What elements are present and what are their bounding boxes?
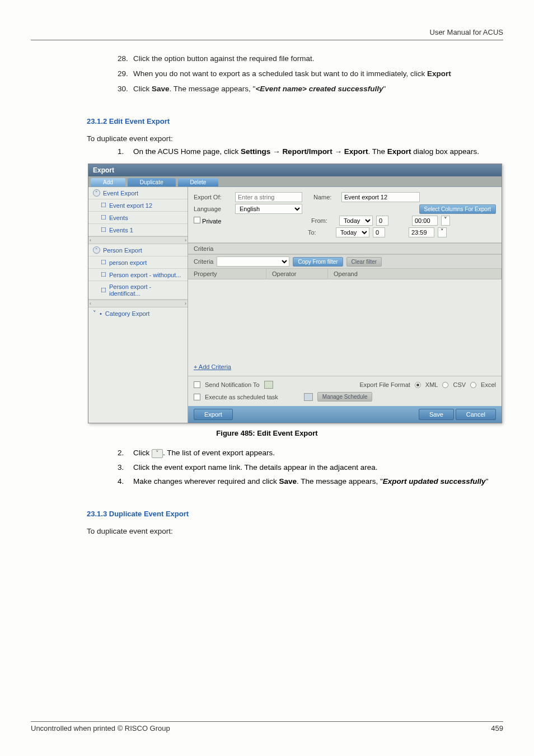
- from-day-select[interactable]: Today: [339, 216, 373, 226]
- page-footer: Uncontrolled when printed © RISCO Group …: [31, 721, 503, 732]
- schedule-box[interactable]: [304, 393, 313, 401]
- steps-28-30: 28. Click the option button against the …: [118, 54, 503, 95]
- lbl-file-format: Export File Format: [359, 381, 410, 388]
- lbl-from: From:: [311, 217, 336, 224]
- text-frag: ": [383, 85, 386, 93]
- text-bold: Save: [279, 477, 297, 486]
- export-dialog-screenshot: Export Add Duplicate Delete ˄ Event Expo…: [88, 164, 502, 423]
- tree-label: Events: [109, 214, 128, 221]
- figure-caption: Figure 485: Edit Event Export: [31, 429, 503, 437]
- tab-duplicate[interactable]: Duplicate: [128, 178, 176, 186]
- criteria-columns: Property Operator Operand: [188, 269, 502, 279]
- export-of-input[interactable]: [235, 192, 302, 202]
- send-notification-checkbox[interactable]: [194, 381, 200, 388]
- mini-scrollbar[interactable]: ‹›: [88, 300, 188, 307]
- section-heading-duplicate: 23.1.3 Duplicate Event Export: [87, 510, 503, 518]
- step-text: Click the event export name link. The de…: [133, 462, 503, 473]
- tree-root-category[interactable]: ˅ • Category Export: [88, 307, 188, 319]
- save-button[interactable]: Save: [419, 409, 454, 420]
- step-num: 28.: [118, 54, 133, 64]
- mini-scrollbar[interactable]: ‹›: [88, 236, 188, 244]
- col-operand: Operand: [328, 269, 502, 279]
- select-columns-button[interactable]: Select Columns For Export: [419, 204, 496, 214]
- sec1-step4: 4. Make changes wherever required and cl…: [118, 476, 503, 487]
- from-time-input[interactable]: [412, 216, 438, 226]
- tree-item[interactable]: ☐ person export: [88, 256, 188, 269]
- execute-scheduled-checkbox[interactable]: [194, 394, 200, 400]
- tree-item[interactable]: ☐ Person export - withoput...: [88, 269, 188, 281]
- text-frag: . The message appears, ": [170, 85, 256, 93]
- cancel-button[interactable]: Cancel: [456, 409, 496, 420]
- text-frag: ": [486, 477, 489, 486]
- lbl-send-notification: Send Notification To: [205, 381, 260, 388]
- criteria-section-head: Criteria: [188, 243, 502, 254]
- step-num: 4.: [118, 476, 133, 487]
- tree-item[interactable]: ☐ Person export - identificat...: [88, 281, 188, 300]
- radio-xml[interactable]: [415, 382, 421, 388]
- tree-label: Person export - withoput...: [109, 272, 181, 278]
- step-text: Make changes wherever required and click…: [133, 476, 503, 487]
- name-input[interactable]: [341, 192, 420, 202]
- text-frag: →: [270, 147, 282, 156]
- footer-left: Uncontrolled when printed © RISCO Group: [31, 724, 170, 732]
- lbl-to: To:: [308, 229, 332, 236]
- collapse-icon[interactable]: ˄: [93, 189, 100, 197]
- export-button[interactable]: Export: [194, 409, 233, 420]
- language-select[interactable]: English: [235, 204, 302, 214]
- tree-label: Category Export: [105, 310, 149, 317]
- dialog-title: Export: [88, 164, 502, 176]
- collapse-icon[interactable]: ˄: [93, 246, 100, 254]
- section-intro: To duplicate event export:: [87, 527, 503, 535]
- text-bold: Export: [344, 147, 368, 156]
- to-time-input[interactable]: [409, 227, 434, 237]
- tree-label: Person export - identificat...: [109, 283, 183, 297]
- tree-label: Event Export: [103, 190, 138, 197]
- radio-excel[interactable]: [470, 382, 476, 388]
- footer-page-number: 459: [491, 724, 503, 732]
- sec1-step3: 3. Click the event export name link. The…: [118, 462, 503, 473]
- private-checkbox[interactable]: [194, 217, 200, 223]
- tree-item[interactable]: ☐ Events 1: [88, 224, 188, 236]
- add-criteria-link[interactable]: + Add Criteria: [188, 361, 502, 376]
- sec1-step2: 2. Click ˅. The list of event export app…: [118, 447, 503, 459]
- from-offset-input[interactable]: [376, 216, 388, 226]
- text-bold: Settings: [241, 147, 270, 156]
- text-frag: On the ACUS Home page, click: [133, 147, 241, 156]
- toolbar-tabs: Add Duplicate Delete: [88, 176, 502, 186]
- text-frag: →: [332, 147, 344, 156]
- radio-csv[interactable]: [442, 382, 448, 388]
- step-30: 30. Click Save. The message appears, "<E…: [118, 84, 503, 95]
- sec1-steps: 1. On the ACUS Home page, click Settings…: [118, 146, 503, 157]
- chevron-down-icon[interactable]: ˅: [441, 216, 450, 226]
- text-bolditalic: <Event name> created successfully: [255, 85, 383, 93]
- tab-add[interactable]: Add: [91, 178, 125, 186]
- tree-item[interactable]: ☐ Events: [88, 212, 188, 224]
- to-day-select[interactable]: Today: [336, 227, 369, 237]
- text-frag: Make changes wherever required and click: [133, 477, 279, 486]
- step-text: Click Save. The message appears, "<Event…: [133, 84, 503, 95]
- section-heading-edit: 23.1.2 Edit Event Export: [87, 117, 503, 125]
- tree-root-event[interactable]: ˄ Event Export: [88, 187, 188, 199]
- step-28: 28. Click the option button against the …: [118, 54, 503, 64]
- lbl-export-of: Export Of:: [194, 194, 232, 200]
- expand-icon[interactable]: ˅: [93, 310, 96, 317]
- clear-filter-button[interactable]: Clear filter: [346, 257, 382, 267]
- copy-from-filter-button[interactable]: Copy From filter: [293, 257, 343, 267]
- tree-item[interactable]: ☐ Event export 12: [88, 199, 188, 212]
- criteria-select[interactable]: [217, 256, 289, 267]
- tab-delete[interactable]: Delete: [178, 178, 219, 186]
- tree-label: Events 1: [109, 227, 133, 234]
- recipient-box[interactable]: [264, 381, 273, 389]
- sec1-followup-steps: 2. Click ˅. The list of event export app…: [118, 447, 503, 487]
- manage-schedule-button[interactable]: Manage Schedule: [317, 392, 373, 402]
- lbl-language: Language: [194, 206, 232, 212]
- to-offset-input[interactable]: [373, 227, 385, 237]
- tree-label: person export: [109, 259, 147, 266]
- chevron-down-icon[interactable]: ˅: [438, 227, 447, 237]
- page-header: User Manual for ACUS: [31, 28, 503, 40]
- tree-root-person[interactable]: ˄ Person Export: [88, 244, 188, 256]
- criteria-section-label: Criteria: [194, 245, 213, 252]
- step-num: 30.: [118, 84, 133, 95]
- text-frag: When you do not want to export as a sche…: [133, 69, 427, 78]
- sec1-step1: 1. On the ACUS Home page, click Settings…: [118, 146, 503, 157]
